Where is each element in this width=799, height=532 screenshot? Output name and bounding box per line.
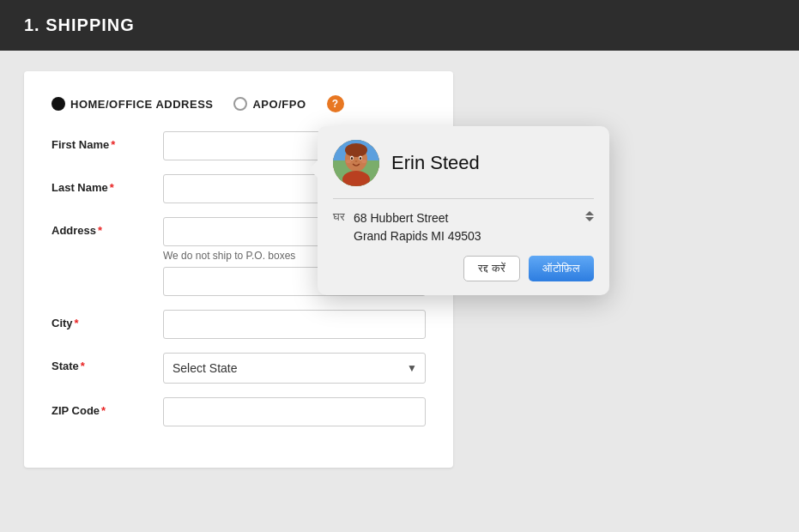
zip-code-row: ZIP Code* bbox=[51, 397, 426, 426]
popup-address-line1: 68 Hubbert Street bbox=[354, 209, 577, 227]
autofill-popup: Erin Steed घर 68 Hubbert Street Grand Ra… bbox=[318, 126, 609, 295]
apo-fpo-radio-empty bbox=[233, 97, 247, 111]
home-icon-label: घर bbox=[333, 209, 345, 224]
page-header: 1. SHIPPING bbox=[0, 0, 799, 51]
popup-address-text: 68 Hubbert Street Grand Rapids MI 49503 bbox=[354, 209, 577, 245]
home-office-radio-filled bbox=[51, 97, 65, 111]
state-field-wrap: Select State Alabama Alaska Arizona Cali… bbox=[163, 353, 426, 384]
popup-address-row: घर 68 Hubbert Street Grand Rapids MI 495… bbox=[333, 209, 594, 245]
chevron-up-icon bbox=[585, 211, 594, 215]
state-select[interactable]: Select State Alabama Alaska Arizona Cali… bbox=[163, 353, 426, 384]
city-field-wrap bbox=[163, 310, 426, 339]
zip-code-field-wrap bbox=[163, 397, 426, 426]
main-content: HOME/OFFICE ADDRESS APO/FPO ? First Name… bbox=[0, 51, 799, 488]
city-row: City* bbox=[51, 310, 426, 339]
svg-point-12 bbox=[361, 160, 366, 163]
svg-point-11 bbox=[346, 160, 351, 163]
zip-code-input[interactable] bbox=[163, 397, 426, 426]
help-badge[interactable]: ? bbox=[327, 95, 344, 112]
address-required: * bbox=[98, 224, 102, 237]
popup-divider bbox=[333, 198, 594, 199]
home-office-label: HOME/OFFICE ADDRESS bbox=[70, 98, 213, 111]
apo-fpo-option[interactable]: APO/FPO bbox=[233, 97, 306, 111]
state-row: State* Select State Alabama Alaska Arizo… bbox=[51, 353, 426, 384]
svg-point-9 bbox=[360, 157, 361, 160]
step-number: 1. bbox=[24, 15, 40, 34]
state-select-wrap: Select State Alabama Alaska Arizona Cali… bbox=[163, 353, 426, 384]
svg-point-8 bbox=[351, 157, 353, 160]
zip-code-label: ZIP Code* bbox=[51, 397, 163, 417]
popup-user-name: Erin Steed bbox=[391, 152, 480, 174]
chevron-down-icon bbox=[585, 217, 594, 221]
address-type-row: HOME/OFFICE ADDRESS APO/FPO ? bbox=[51, 95, 426, 112]
svg-point-4 bbox=[345, 143, 367, 157]
city-input[interactable] bbox=[163, 310, 426, 339]
address-stepper[interactable] bbox=[585, 211, 594, 221]
home-office-option[interactable]: HOME/OFFICE ADDRESS bbox=[51, 97, 213, 111]
city-required: * bbox=[75, 317, 79, 329]
first-name-required: * bbox=[111, 138, 115, 151]
popup-address-line2: Grand Rapids MI 49503 bbox=[354, 227, 577, 245]
first-name-label: First Name* bbox=[51, 131, 163, 151]
popup-actions: रद्द करें ऑटोफ़िल bbox=[333, 256, 594, 281]
last-name-label: Last Name* bbox=[51, 174, 163, 194]
avatar bbox=[333, 140, 379, 186]
city-label: City* bbox=[51, 310, 163, 329]
popup-header: Erin Steed bbox=[333, 140, 594, 186]
svg-point-10 bbox=[355, 160, 358, 162]
page-title: SHIPPING bbox=[45, 15, 135, 34]
last-name-required: * bbox=[110, 181, 114, 194]
cancel-button[interactable]: रद्द करें bbox=[463, 256, 520, 281]
zip-required: * bbox=[101, 404, 106, 417]
state-required: * bbox=[81, 360, 85, 372]
address-label: Address* bbox=[51, 217, 163, 237]
state-label: State* bbox=[51, 353, 163, 372]
autofill-button[interactable]: ऑटोफ़िल bbox=[529, 256, 594, 281]
apo-fpo-label: APO/FPO bbox=[252, 98, 306, 111]
